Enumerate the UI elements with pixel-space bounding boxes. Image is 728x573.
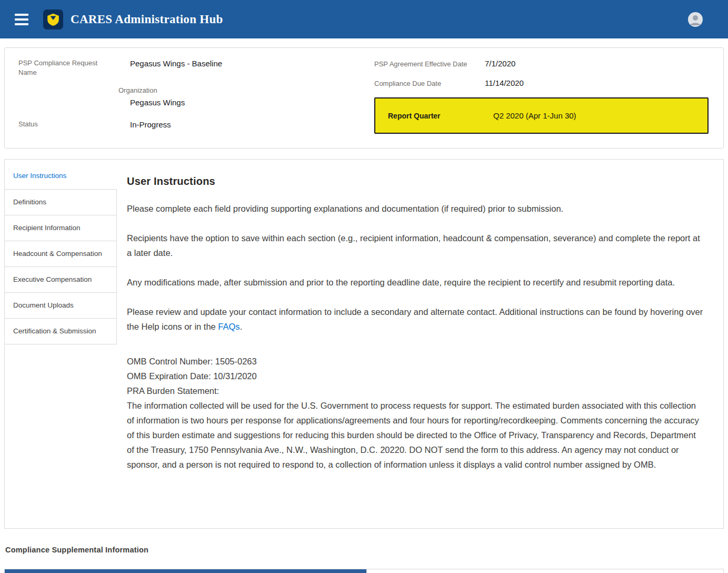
report-quarter-highlight: Report Quarter Q2 2020 (Apr 1-Jun 30) (374, 97, 709, 134)
request-name-label: PSP Compliance Request Name (18, 58, 103, 77)
organization-label: Organization (118, 86, 374, 95)
field-due-date: Compliance Due Date 11/14/2020 (374, 78, 709, 88)
hamburger-icon (15, 14, 28, 16)
field-organization: Organization Pegasus Wings (18, 86, 374, 108)
supplemental-table-header (5, 569, 366, 573)
instructions-paragraph-1: Please complete each field providing sup… (127, 201, 703, 216)
summary-right-column: PSP Agreement Effective Date 7/1/2020 Co… (374, 58, 715, 135)
menu-button[interactable] (12, 11, 32, 28)
instructions-paragraph-3: Any modifications made, after submission… (127, 275, 703, 290)
omb-statement-block: OMB Control Number: 1505-0263 OMB Expira… (127, 354, 703, 472)
report-panel: User Instructions Definitions Recipient … (4, 159, 724, 529)
report-quarter-label: Report Quarter (388, 112, 493, 120)
summary-left-column: PSP Compliance Request Name Pegasus Wing… (13, 58, 374, 135)
supplemental-info-title: Compliance Supplemental Information (5, 546, 728, 554)
app-title: CARES Administration Hub (71, 13, 223, 26)
effective-date-label: PSP Agreement Effective Date (374, 58, 485, 69)
instructions-paragraph-2: Recipients have the option to save withi… (127, 231, 703, 260)
tab-executive-compensation[interactable]: Executive Compensation (5, 266, 117, 292)
app-header: CARES Administration Hub (0, 0, 728, 38)
field-effective-date: PSP Agreement Effective Date 7/1/2020 (374, 58, 709, 69)
due-date-label: Compliance Due Date (374, 78, 485, 88)
report-quarter-value: Q2 2020 (Apr 1-Jun 30) (493, 111, 695, 120)
section-tabs: User Instructions Definitions Recipient … (5, 160, 117, 528)
omb-control-number: OMB Control Number: 1505-0263 (127, 354, 703, 369)
due-date-value: 11/14/2020 (485, 78, 709, 88)
instructions-paragraph-4: Please review and update your contact in… (127, 304, 703, 334)
pra-burden-label: PRA Burden Statement: (127, 383, 703, 398)
app-logo (43, 9, 63, 29)
tab-document-uploads[interactable]: Document Uploads (5, 292, 117, 318)
user-icon (687, 11, 704, 28)
tab-user-instructions[interactable]: User Instructions (5, 167, 117, 189)
tab-definitions[interactable]: Definitions (5, 189, 117, 215)
status-label: Status (18, 120, 130, 129)
field-status: Status In-Progress (18, 120, 374, 130)
compliance-summary-card: PSP Compliance Request Name Pegasus Wing… (4, 47, 724, 149)
status-value: In-Progress (130, 120, 374, 130)
content-heading: User Instructions (127, 175, 703, 187)
supplemental-info-table (4, 569, 724, 573)
shield-icon (46, 13, 60, 26)
tab-certification-submission[interactable]: Certification & Submission (5, 318, 117, 344)
omb-expiration-date: OMB Expiration Date: 10/31/2020 (127, 369, 703, 383)
faqs-link[interactable]: FAQs (218, 322, 240, 331)
effective-date-value: 7/1/2020 (485, 58, 709, 69)
user-instructions-content: User Instructions Please complete each f… (117, 160, 723, 528)
organization-value: Pegasus Wings (130, 97, 374, 108)
field-request-name: PSP Compliance Request Name Pegasus Wing… (18, 58, 374, 77)
tab-headcount-compensation[interactable]: Headcount & Compensation (5, 241, 117, 266)
tab-recipient-information[interactable]: Recipient Information (5, 215, 117, 241)
pra-burden-text: The information collected will be used f… (127, 398, 703, 472)
user-avatar-button[interactable] (687, 11, 704, 28)
request-name-value: Pegasus Wings - Baseline (130, 58, 374, 69)
